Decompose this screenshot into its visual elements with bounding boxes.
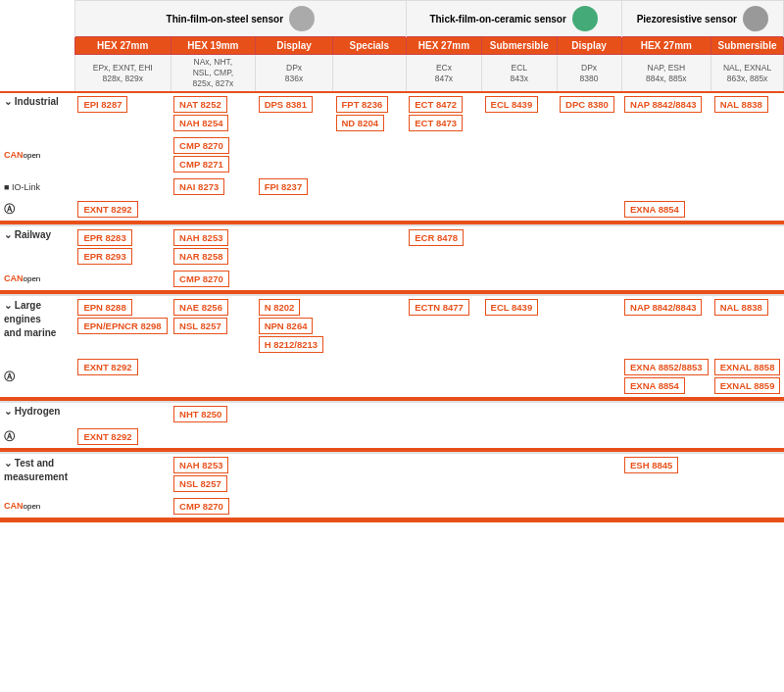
industrial-collapse[interactable]: ⌄ bbox=[4, 96, 12, 107]
canopen-logo-test: CANopen bbox=[4, 501, 71, 512]
industrial-row: ⌄ Industrial EPI 8287 NAT 8252 NAH 8254 … bbox=[0, 92, 784, 134]
chip-fpi-8237[interactable]: FPI 8237 bbox=[259, 178, 309, 195]
chip-nap-8842-large[interactable]: NAP 8842/8843 bbox=[624, 299, 702, 316]
industrial-iolink-row: ■ IO-Link NAI 8273 FPI 8237 bbox=[0, 175, 784, 198]
hydrogen-collapse[interactable]: ⌄ bbox=[4, 406, 12, 417]
test-measurement-row: ⌄ Test andmeasurement NAH 8253 NSL 8257 … bbox=[0, 453, 784, 495]
chip-cmp-8270-ind[interactable]: CMP 8270 bbox=[173, 137, 229, 154]
industrial-canopen-row: CANopen CMP 8270 CMP 8271 bbox=[0, 134, 784, 175]
chip-nd-8204[interactable]: ND 8204 bbox=[336, 115, 385, 131]
chip-ect-8473[interactable]: ECT 8473 bbox=[409, 115, 463, 131]
chip-epi-8287[interactable]: EPI 8287 bbox=[77, 96, 127, 113]
thick-film-icon bbox=[572, 6, 598, 31]
chip-exna-8852-8853[interactable]: EXNA 8852/8853 bbox=[624, 359, 709, 375]
hydrogen-atex-row: Ⓐ EXNT 8292 bbox=[0, 425, 784, 448]
canopen-logo-industrial: CANopen bbox=[4, 150, 71, 161]
subheader-specials-1: Specials bbox=[333, 37, 407, 55]
desc-hex27-2: ECx 847x bbox=[406, 55, 481, 93]
chip-ect-8472[interactable]: ECT 8472 bbox=[409, 96, 463, 113]
chip-ecr-8478[interactable]: ECR 8478 bbox=[409, 229, 464, 246]
chip-exnt-8292-hydro[interactable]: EXNT 8292 bbox=[77, 428, 137, 445]
atex-icon-hydrogen: Ⓐ bbox=[4, 429, 71, 444]
desc-submersible-2: ECL 843x bbox=[482, 55, 557, 93]
chip-fpt-8236[interactable]: FPT 8236 bbox=[336, 96, 389, 113]
canopen-logo-railway: CANopen bbox=[4, 273, 71, 284]
desc-display-1: DPx 836x bbox=[256, 55, 333, 93]
chip-dps-8381[interactable]: DPS 8381 bbox=[259, 96, 313, 113]
chip-exnal-8859[interactable]: EXNAL 8859 bbox=[714, 377, 781, 394]
iolink-label-industrial: ■ IO-Link bbox=[4, 182, 71, 192]
chip-nsl-8257-large[interactable]: NSL 8257 bbox=[173, 318, 227, 334]
thin-film-icon bbox=[289, 6, 315, 31]
subheader-hex27-3: HEX 27mm bbox=[621, 37, 711, 55]
chip-n-8202[interactable]: N 8202 bbox=[259, 299, 301, 316]
desc-specials-1 bbox=[333, 55, 407, 93]
chip-nae-8256[interactable]: NAE 8256 bbox=[173, 299, 228, 316]
chip-exnt-8292-ind[interactable]: EXNT 8292 bbox=[77, 201, 137, 218]
hydrogen-row: ⌄ Hydrogen NHT 8250 bbox=[0, 402, 784, 425]
desc-hex27-3: NAP, ESH 884x, 885x bbox=[621, 55, 711, 93]
chip-cmp-8270-rail[interactable]: CMP 8270 bbox=[173, 271, 229, 287]
chip-h-8212-8213[interactable]: H 8212/8213 bbox=[259, 336, 323, 353]
chip-nat-8252[interactable]: NAT 8252 bbox=[173, 96, 227, 113]
subheader-hex27-2: HEX 27mm bbox=[406, 37, 481, 55]
chip-exna-8854-large[interactable]: EXNA 8854 bbox=[624, 377, 685, 394]
chip-cmp-8270-test[interactable]: CMP 8270 bbox=[173, 498, 229, 515]
chip-dpc-8380[interactable]: DPC 8380 bbox=[560, 96, 614, 113]
chip-epr-8283[interactable]: EPR 8283 bbox=[77, 229, 131, 246]
chip-epn-epncr-8298[interactable]: EPN/EPNCR 8298 bbox=[77, 318, 167, 334]
industrial-atex-row: Ⓐ EXNT 8292 EXNA 8854 bbox=[0, 198, 784, 221]
chip-npn-8264[interactable]: NPN 8264 bbox=[259, 318, 314, 334]
large-engines-atex-row: Ⓐ EXNT 8292 EXNA 8852/8853 EXNA 8854 EXN… bbox=[0, 356, 784, 397]
chip-nal-8838-ind[interactable]: NAL 8838 bbox=[714, 96, 768, 113]
railway-canopen-row: CANopen CMP 8270 bbox=[0, 268, 784, 290]
thick-film-header: Thick-film-on-ceramic sensor bbox=[406, 1, 621, 37]
railway-row: ⌄ Railway EPR 8283 EPR 8293 NAH 8253 NAR… bbox=[0, 225, 784, 268]
piezo-icon bbox=[743, 6, 768, 31]
subheader-submersible-3: Submersible bbox=[711, 37, 784, 55]
subheader-display-1: Display bbox=[256, 37, 333, 55]
subheader-submersible-2: Submersible bbox=[482, 37, 557, 55]
atex-icon-large: Ⓐ bbox=[4, 370, 71, 384]
chip-epr-8293[interactable]: EPR 8293 bbox=[77, 248, 131, 265]
subheader-hex19-1: HEX 19mm bbox=[171, 37, 256, 55]
chip-ectn-8477[interactable]: ECTN 8477 bbox=[409, 299, 469, 316]
chip-exna-8854-ind[interactable]: EXNA 8854 bbox=[624, 201, 685, 218]
chip-exnt-8292-large[interactable]: EXNT 8292 bbox=[77, 359, 137, 375]
desc-hex19-1: NAx, NHT, NSL, CMP, 825x, 827x bbox=[171, 55, 256, 93]
subheader-display-2: Display bbox=[557, 37, 621, 55]
thin-film-header: Thin-film-on-steel sensor bbox=[74, 1, 406, 37]
subheader-hex27-1: HEX 27mm bbox=[74, 37, 171, 55]
chip-nap-8842-ind[interactable]: NAP 8842/8843 bbox=[624, 96, 702, 113]
divider-final bbox=[0, 518, 784, 522]
desc-hex27-1: EPx, EXNT, EHI 828x, 829x bbox=[74, 55, 171, 93]
chip-nah-8254[interactable]: NAH 8254 bbox=[173, 115, 228, 131]
chip-nal-8838-large[interactable]: NAL 8838 bbox=[714, 299, 768, 316]
test-measurement-collapse[interactable]: ⌄ bbox=[4, 458, 12, 469]
chip-nai-8273[interactable]: NAI 8273 bbox=[173, 178, 224, 195]
chip-nar-8258[interactable]: NAR 8258 bbox=[173, 248, 228, 265]
test-canopen-row: CANopen CMP 8270 bbox=[0, 495, 784, 518]
chip-cmp-8271-ind[interactable]: CMP 8271 bbox=[173, 156, 229, 173]
chip-ecl-8439-1[interactable]: ECL 8439 bbox=[485, 96, 539, 113]
chip-nht-8250[interactable]: NHT 8250 bbox=[173, 406, 227, 422]
large-engines-collapse[interactable]: ⌄ bbox=[4, 300, 12, 311]
piezo-header: Piezoresistive sensor bbox=[621, 1, 783, 37]
atex-icon-industrial: Ⓐ bbox=[4, 202, 71, 217]
chip-esh-8845[interactable]: ESH 8845 bbox=[624, 457, 678, 473]
chip-ecl-8439-large[interactable]: ECL 8439 bbox=[485, 299, 539, 316]
chip-nah-8253-rail[interactable]: NAH 8253 bbox=[173, 229, 228, 246]
chip-nsl-8257-test[interactable]: NSL 8257 bbox=[173, 475, 227, 492]
chip-exnal-8858[interactable]: EXNAL 8858 bbox=[714, 359, 781, 375]
chip-nah-8253-test[interactable]: NAH 8253 bbox=[173, 457, 228, 473]
desc-submersible-3: NAL, EXNAL 863x, 885x bbox=[711, 55, 784, 93]
railway-collapse[interactable]: ⌄ bbox=[4, 229, 12, 240]
large-engines-row: ⌄ Largeenginesand marine EPN 8288 EPN/EP… bbox=[0, 295, 784, 356]
desc-display-2: DPx 8380 bbox=[557, 55, 621, 93]
chip-epn-8288[interactable]: EPN 8288 bbox=[77, 299, 131, 316]
